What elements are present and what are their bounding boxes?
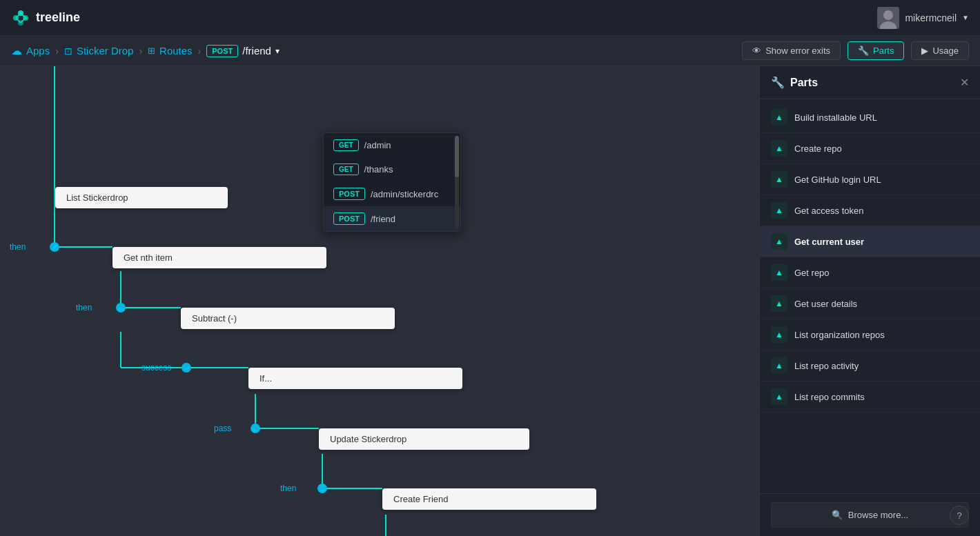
parts-item-label-2: Get GitHub login URL (794, 175, 881, 185)
dropdown-path-2: /admin/stickerdrc (371, 189, 438, 199)
parts-list: ▲ Build installable URL ▲ Create repo ▲ … (760, 99, 980, 493)
parts-item-2[interactable]: ▲ Get GitHub login URL (760, 164, 980, 195)
dropdown-path-0: /admin (364, 140, 391, 150)
breadcrumb-routes[interactable]: ⊞ Routes (148, 45, 193, 57)
label-pass: pass (214, 424, 231, 433)
cloud-icon: ☁ (11, 44, 22, 57)
play-icon: ▶ (921, 46, 928, 56)
parts-item-label-1: Create repo (794, 143, 842, 154)
dropdown-scrollbar-thumb (455, 136, 459, 177)
parts-item-7[interactable]: ▲ List organization repos (760, 319, 980, 350)
parts-item-8[interactable]: ▲ List repo activity (760, 350, 980, 381)
route-dropdown-arrow[interactable]: ▾ (275, 46, 280, 56)
parts-item-icon-1: ▲ (771, 140, 787, 157)
routes-label: Routes (159, 45, 193, 57)
parts-item-icon-7: ▲ (771, 326, 787, 343)
dropdown-method-0: GET (333, 139, 359, 151)
show-error-exits-button[interactable]: 👁 Show error exits (742, 41, 841, 60)
apps-label: Apps (26, 45, 50, 57)
parts-title: 🔧 Parts (771, 76, 818, 89)
parts-header: 🔧 Parts ✕ (760, 66, 980, 99)
user-info[interactable]: mikermcneil ▼ (877, 7, 969, 29)
breadcrumb-apps[interactable]: ☁ Apps (11, 44, 50, 57)
dropdown-item-2[interactable]: POST /admin/stickerdrc (324, 181, 460, 206)
node-get-nth-item[interactable]: Get nth item (112, 247, 326, 268)
svg-point-15 (50, 242, 59, 252)
parts-item-label-5: Get repo (794, 268, 830, 278)
parts-item-label-9: List repo commits (794, 392, 865, 402)
parts-item-4[interactable]: ▲ Get current user (760, 226, 980, 257)
user-avatar (877, 7, 899, 29)
stickerdrop-icon: ⊡ (64, 46, 72, 57)
node-subtract[interactable]: Subtract (-) (181, 308, 395, 329)
dropdown-scrollbar[interactable] (455, 136, 459, 228)
parts-item-label-0: Build installable URL (794, 112, 877, 123)
parts-panel: 🔧 Parts ✕ ▲ Build installable URL ▲ Crea… (759, 66, 980, 536)
eye-icon: 👁 (752, 46, 761, 56)
routes-icon: ⊞ (148, 46, 155, 56)
svg-point-24 (251, 424, 260, 433)
dropdown-method-1: GET (333, 163, 359, 175)
route-dropdown[interactable]: GET /admin GET /thanks POST /admin/stick… (323, 132, 461, 232)
route-label: /friend (242, 45, 271, 57)
parts-item-icon-8: ▲ (771, 357, 787, 374)
browse-more-button[interactable]: 🔍 Browse more... (771, 502, 969, 528)
parts-item-icon-9: ▲ (771, 388, 787, 405)
parts-item-icon-4: ▲ (771, 233, 787, 250)
node-create-friend[interactable]: Create Friend (382, 488, 596, 510)
parts-item-9[interactable]: ▲ List repo commits (760, 381, 980, 413)
svg-point-18 (116, 303, 126, 312)
label-then-1: then (10, 242, 26, 252)
dropdown-path-1: /thanks (364, 164, 393, 175)
svg-point-27 (317, 484, 327, 493)
method-badge: POST (206, 45, 238, 57)
parts-close-button[interactable]: ✕ (960, 76, 969, 89)
parts-button[interactable]: 🔧 Parts (847, 41, 904, 60)
breadcrumb-stickerdrop[interactable]: ⊡ Sticker Drop (64, 45, 134, 57)
logo-icon (11, 8, 30, 28)
parts-item-1[interactable]: ▲ Create repo (760, 133, 980, 164)
topnav-left: treeline (11, 8, 91, 28)
topnav-right: mikermcneil ▼ (877, 7, 969, 29)
parts-item-icon-6: ▲ (771, 295, 787, 312)
node-list-stickerdrop[interactable]: List Stickerdrop (55, 187, 228, 208)
breadcrumb-sep-1: › (55, 46, 59, 57)
parts-item-icon-5: ▲ (771, 264, 787, 281)
parts-item-icon-2: ▲ (771, 171, 787, 188)
parts-item-5[interactable]: ▲ Get repo (760, 257, 980, 288)
node-update-stickerdrop[interactable]: Update Stickerdrop (319, 428, 529, 450)
main-content: List Stickerdrop then Get nth item then … (0, 66, 980, 536)
canvas[interactable]: List Stickerdrop then Get nth item then … (0, 66, 759, 536)
logo[interactable]: treeline (11, 8, 80, 28)
nav-buttons: 👁 Show error exits 🔧 Parts ▶ Usage (742, 41, 969, 60)
dropdown-path-3: /friend (371, 214, 395, 224)
dropdown-item-0[interactable]: GET /admin (324, 133, 460, 157)
usage-button[interactable]: ▶ Usage (911, 41, 969, 60)
stickerdrop-label: Sticker Drop (77, 45, 134, 57)
parts-item-label-3: Get access token (794, 206, 863, 216)
parts-item-icon-0: ▲ (771, 109, 787, 126)
node-if[interactable]: If... (248, 368, 462, 389)
parts-item-label-7: List organization repos (794, 330, 885, 340)
parts-item-6[interactable]: ▲ Get user details (760, 288, 980, 319)
parts-item-label-4: Get current user (794, 237, 864, 247)
dropdown-method-2: POST (333, 188, 365, 200)
label-success: success (141, 363, 171, 373)
dropdown-method-3: POST (333, 212, 365, 225)
label-then-3: then (280, 484, 296, 493)
wrench-icon: 🔧 (858, 46, 869, 56)
help-button[interactable]: ? (950, 506, 969, 525)
chevron-down-icon: ▼ (962, 14, 969, 21)
breadcrumb-sep-3: › (198, 46, 202, 57)
label-then-2: then (76, 303, 92, 312)
wrench-icon-panel: 🔧 (771, 76, 785, 89)
breadcrumb-route-method[interactable]: POST /friend ▾ (206, 45, 280, 57)
user-name: mikermcneil (905, 12, 957, 23)
search-icon: 🔍 (832, 510, 843, 520)
parts-item-0[interactable]: ▲ Build installable URL (760, 102, 980, 133)
svg-point-9 (883, 10, 893, 20)
dropdown-item-3[interactable]: POST /friend (324, 206, 460, 231)
parts-item-3[interactable]: ▲ Get access token (760, 195, 980, 226)
parts-item-label-6: Get user details (794, 299, 857, 309)
dropdown-item-1[interactable]: GET /thanks (324, 157, 460, 181)
